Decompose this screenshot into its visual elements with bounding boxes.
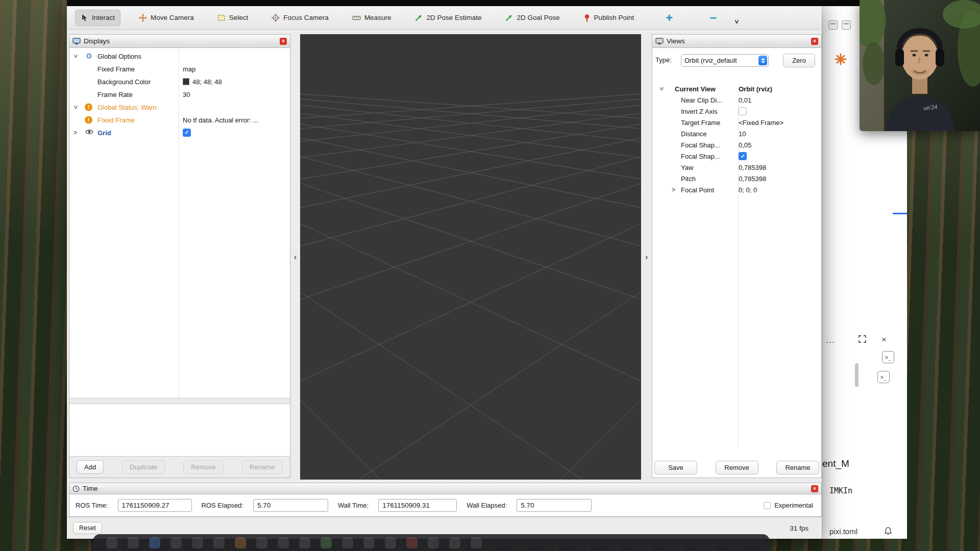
tree-row-fixed-frame[interactable]: Fixed Frame map [69, 62, 290, 75]
view-row-near-clip[interactable]: Near Clip Di... 0,01 [652, 94, 821, 106]
webcam-overlay[interactable]: on'24 [860, 0, 980, 131]
collapse-right-icon[interactable]: › [645, 252, 648, 262]
view-row-focal-shape-size[interactable]: Focal Shap... 0,05 [652, 139, 821, 151]
dock-icon[interactable] [106, 537, 117, 548]
wall-elapsed-field[interactable]: 5.70 [517, 499, 592, 512]
row-value[interactable]: 0,785398 [739, 175, 766, 183]
disclosure-icon[interactable]: > [658, 87, 665, 90]
tree-row-grid[interactable]: > Grid ✓ [69, 126, 290, 139]
disclosure-icon[interactable]: > [72, 54, 79, 58]
remove-tool-button[interactable]: − [709, 11, 717, 25]
row-value[interactable]: 0,01 [739, 96, 751, 104]
view-row-yaw[interactable]: Yaw 0,785398 [652, 162, 821, 173]
fullscreen-icon[interactable] [858, 335, 867, 345]
row-value[interactable]: 30 [183, 90, 190, 98]
tool-interact[interactable]: Interact [75, 10, 120, 26]
dock-icon[interactable] [299, 537, 310, 548]
remove-display-button[interactable]: Remove [183, 460, 223, 474]
dock-icon[interactable] [213, 537, 225, 548]
bell-icon[interactable] [884, 527, 893, 538]
row-value[interactable]: 0,05 [739, 141, 751, 149]
color-swatch[interactable] [183, 78, 189, 85]
tool-2d-pose-estimate[interactable]: 2D Pose Estimate [409, 10, 486, 26]
dock-icon[interactable] [149, 537, 160, 548]
row-value[interactable]: 48; 48; 48 [183, 78, 222, 85]
tool-publish-point[interactable]: Publish Point [578, 10, 640, 26]
reset-button[interactable]: Reset [73, 522, 102, 534]
dock-icon[interactable] [406, 537, 418, 548]
ros-elapsed-field[interactable]: 5.70 [253, 499, 328, 512]
save-view-button[interactable]: Save [654, 461, 697, 474]
more-options-icon[interactable]: … [825, 334, 836, 345]
scrollbar-thumb[interactable] [855, 363, 859, 387]
tool-focus-camera[interactable]: Focus Camera [266, 10, 334, 26]
view-row-focal-point[interactable]: > Focal Point 0; 0; 0 [652, 184, 821, 195]
close-panel-button[interactable]: × [280, 38, 287, 45]
view-row-invert-z[interactable]: Invert Z Axis [652, 106, 821, 117]
view-row-current-view[interactable]: > Current View Orbit (rviz) [652, 83, 821, 94]
dock-icon[interactable] [278, 537, 289, 548]
add-tool-button[interactable]: + [666, 11, 673, 25]
close-icon[interactable]: × [881, 335, 887, 345]
row-value[interactable]: <Fixed Frame> [739, 119, 783, 127]
row-value[interactable]: 0; 0; 0 [739, 186, 757, 194]
tool-select[interactable]: Select [212, 10, 254, 26]
tree-row-global-options[interactable]: > ⚙ Global Options [69, 49, 290, 62]
row-value[interactable]: map [183, 65, 195, 72]
grid-enabled-checkbox[interactable]: ✓ [183, 129, 191, 137]
tool-move-camera[interactable]: Move Camera [134, 10, 199, 26]
tool-measure[interactable]: Measure [347, 10, 397, 26]
tree-row-frame-rate[interactable]: Frame Rate 30 [69, 88, 290, 101]
dock-icon[interactable] [342, 537, 353, 548]
experimental-checkbox[interactable] [764, 502, 771, 509]
dock-icon[interactable] [363, 537, 375, 548]
terminal-icon[interactable]: >_ [882, 351, 894, 363]
close-panel-button[interactable]: × [811, 485, 818, 492]
view-row-pitch[interactable]: Pitch 0,785398 [652, 173, 821, 184]
dock-icon[interactable] [235, 537, 246, 548]
dock-icon[interactable] [449, 537, 460, 548]
duplicate-display-button[interactable]: Duplicate [122, 460, 165, 474]
wall-time-field[interactable]: 1761150909.31 [378, 499, 457, 512]
zero-button[interactable]: Zero [783, 54, 815, 67]
tool-2d-goal-pose[interactable]: 2D Goal Pose [500, 10, 565, 26]
disclosure-icon[interactable]: > [74, 129, 77, 136]
window-icon[interactable] [828, 20, 838, 30]
view-row-focal-shape-fixed[interactable]: Focal Shap... ✓ [652, 151, 821, 162]
close-panel-button[interactable]: × [811, 38, 818, 45]
dock-icon[interactable] [321, 537, 332, 548]
terminal-icon[interactable]: >_ [877, 371, 890, 383]
add-display-button[interactable]: Add [77, 460, 104, 474]
tree-row-global-status[interactable]: > ! Global Status: Warn [69, 101, 290, 113]
left-splitter[interactable]: ‹ [290, 34, 300, 480]
ros-time-field[interactable]: 1761150909.27 [118, 499, 192, 512]
row-value[interactable]: 10 [739, 130, 746, 138]
dock-icon[interactable] [192, 537, 203, 548]
disclosure-icon[interactable]: > [72, 105, 79, 109]
3d-viewport[interactable] [300, 34, 641, 480]
remove-view-button[interactable]: Remove [716, 461, 758, 474]
rename-display-button[interactable]: Rename [242, 460, 282, 474]
view-type-select[interactable]: Orbit (rviz_default [681, 54, 769, 67]
dock-icon[interactable] [128, 537, 139, 548]
time-panel-header[interactable]: Time × [69, 483, 821, 494]
dock-icon[interactable] [385, 537, 396, 548]
dock-icon[interactable] [471, 537, 482, 548]
dock-icon[interactable] [170, 537, 182, 548]
right-splitter[interactable]: › [641, 34, 652, 480]
disclosure-icon[interactable]: > [672, 186, 675, 193]
tree-row-background-color[interactable]: Background Color 48; 48; 48 [69, 75, 290, 88]
rename-view-button[interactable]: Rename [776, 461, 819, 474]
rviz-window[interactable]: Interact Move Camera Select Fo [67, 0, 822, 539]
toolbar-overflow-icon[interactable]: > [733, 20, 741, 24]
displays-panel-header[interactable]: Displays × [69, 35, 290, 48]
dock-icon[interactable] [428, 537, 439, 548]
views-panel-header[interactable]: Views × [652, 35, 821, 48]
collapse-left-icon[interactable]: ‹ [294, 252, 297, 262]
dock-icon[interactable] [256, 537, 267, 548]
invert-z-checkbox[interactable] [739, 107, 747, 115]
view-row-distance[interactable]: Distance 10 [652, 128, 821, 139]
row-value[interactable]: 0,785398 [739, 164, 766, 171]
view-row-target-frame[interactable]: Target Frame <Fixed Frame> [652, 117, 821, 128]
focal-shape-checkbox[interactable]: ✓ [739, 152, 747, 160]
